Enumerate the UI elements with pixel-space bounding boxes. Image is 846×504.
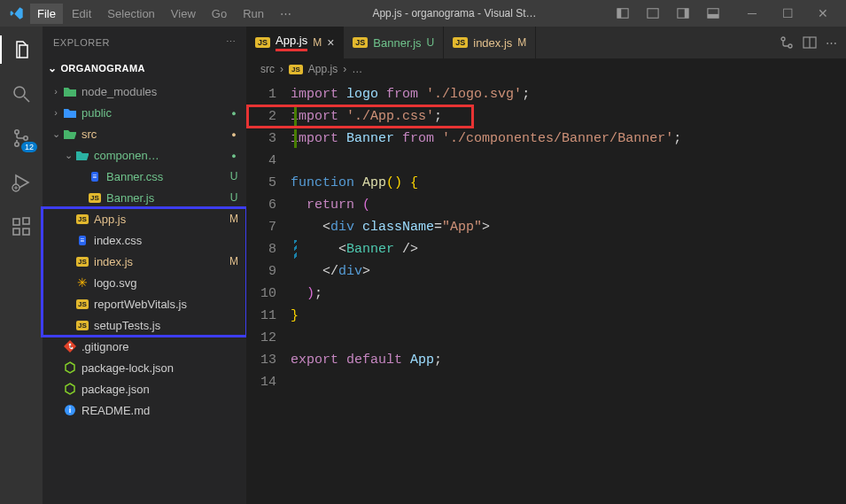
svg-rect-4 [685, 9, 688, 19]
sidebar-more-icon[interactable]: ⋯ [226, 36, 237, 48]
svg-rect-2 [648, 9, 658, 19]
menu-item-edit[interactable]: Edit [65, 4, 98, 24]
line-number: 8 [246, 238, 291, 260]
tree-item-label: src [81, 128, 227, 141]
breadcrumb-item[interactable]: App.js [308, 63, 338, 75]
menu-item-selection[interactable]: Selection [100, 4, 161, 24]
code-line[interactable]: 6 return ( [246, 194, 846, 216]
git-status-badge: U [227, 170, 241, 182]
git-status-badge: U [227, 191, 241, 204]
tree-file[interactable]: package.json [43, 378, 246, 399]
compare-changes-icon[interactable] [780, 35, 794, 50]
code-editor[interactable]: 1import logo from './logo.svg';2import '… [246, 80, 846, 504]
source-control-tab[interactable]: 12 [0, 120, 43, 156]
chevron-down-icon[interactable]: ⌄ [62, 150, 74, 161]
tree-folder[interactable]: ⌄src [43, 123, 246, 144]
line-number: 10 [246, 283, 291, 305]
menu-item-file[interactable]: File [30, 4, 63, 24]
explorer-tab[interactable] [0, 32, 43, 67]
tree-item-label: package.json [81, 383, 227, 396]
git-status-badge [227, 128, 241, 140]
svg-point-10 [15, 143, 19, 146]
tree-file[interactable]: ≡Banner.cssU [43, 166, 246, 187]
minimize-button[interactable]: ─ [734, 0, 770, 27]
breadcrumb-item[interactable]: src [260, 63, 275, 75]
search-tab[interactable] [0, 76, 43, 112]
tree-file[interactable]: JSindex.jsM [43, 251, 246, 272]
tree-file[interactable]: JSreportWebVitals.js [43, 293, 246, 314]
svg-point-21 [781, 37, 785, 41]
tree-file[interactable]: JSsetupTests.js [43, 314, 246, 336]
code-line[interactable]: 7 <div className="App"> [246, 216, 846, 238]
code-line[interactable]: 11} [246, 305, 846, 327]
tab-banner-js[interactable]: JSBanner.jsU [344, 27, 444, 58]
js-file-icon: JS [453, 37, 468, 48]
tree-file[interactable]: ≡index.css [43, 229, 246, 251]
layout-panel-bottom-icon[interactable] [640, 0, 665, 27]
line-content [291, 150, 846, 172]
code-line[interactable]: 1import logo from './logo.svg'; [246, 83, 846, 105]
line-content: <div className="App"> [291, 216, 846, 238]
chevron-right-icon: › [343, 63, 346, 75]
tree-item-label: node_modules [81, 85, 227, 98]
code-line[interactable]: 8 <Banner /> [246, 238, 846, 260]
tree-file[interactable]: package-lock.json [43, 357, 246, 378]
tree-folder[interactable]: ›public [43, 102, 246, 123]
layout-panel-right-icon[interactable] [671, 0, 695, 27]
code-line[interactable]: 13export default App; [246, 349, 846, 371]
tree-file[interactable]: JSBanner.jsU [43, 187, 246, 208]
code-line[interactable]: 9 </div> [246, 260, 846, 283]
tree-folder[interactable]: ›node_modules [43, 81, 246, 102]
tree-item-label: reportWebVitals.js [94, 298, 227, 311]
close-button[interactable]: ✕ [805, 0, 841, 27]
code-line[interactable]: 4 [246, 150, 846, 172]
tab-app-js[interactable]: JSApp.jsM× [246, 27, 344, 58]
extensions-tab[interactable] [0, 209, 43, 244]
git-status-badge: M [227, 255, 241, 268]
node-file-icon [62, 381, 78, 397]
chevron-right-icon[interactable]: › [50, 107, 62, 118]
code-line[interactable]: 10 ); [246, 283, 846, 305]
close-icon[interactable]: × [327, 35, 334, 50]
layout-panel-left-icon[interactable] [610, 0, 635, 27]
menu-item-view[interactable]: View [164, 4, 203, 24]
tree-item-label: package-lock.json [81, 361, 227, 375]
menu-item-go[interactable]: Go [205, 4, 234, 24]
tab-index-js[interactable]: JSindex.jsM [444, 27, 536, 58]
layout-customize-icon[interactable] [701, 0, 726, 27]
tree-file[interactable]: JSApp.jsM [43, 208, 246, 229]
chevron-down-icon[interactable]: ⌄ [50, 128, 62, 140]
code-line[interactable]: 5function App() { [246, 172, 846, 194]
more-actions-icon[interactable]: ⋯ [826, 36, 837, 50]
line-number: 11 [246, 305, 291, 327]
line-number: 2 [246, 105, 291, 128]
folder-icon [62, 83, 78, 99]
svg-rect-14 [13, 229, 19, 235]
annotation-box-blue: JSApp.jsM≡index.cssJSindex.jsM✳logo.svgJ… [43, 208, 246, 336]
chevron-right-icon[interactable]: › [50, 86, 62, 97]
tree-file[interactable]: ✳logo.svg [43, 272, 246, 293]
line-content: <Banner /> [291, 238, 846, 260]
breadcrumb-item[interactable]: … [352, 63, 362, 75]
tree-item-label: componen… [94, 149, 227, 162]
code-line[interactable]: 12 [246, 327, 846, 349]
tree-item-label: Banner.css [106, 170, 227, 183]
line-number: 6 [246, 194, 291, 216]
code-line[interactable]: 3import Banner from './componentes/Banne… [246, 128, 846, 150]
code-line[interactable]: 14 [246, 371, 846, 393]
line-number: 9 [246, 260, 291, 283]
tree-file[interactable]: .gitignore [43, 336, 246, 357]
sidebar-section-header[interactable]: ⌄ ORGANOGRAMA [43, 58, 246, 79]
js-file-icon: JS [289, 65, 303, 74]
menu-item-⋯[interactable]: ⋯ [273, 4, 299, 24]
svg-rect-15 [23, 229, 29, 235]
run-debug-tab[interactable] [0, 165, 43, 200]
maximize-button[interactable]: ☐ [770, 0, 805, 27]
code-line[interactable]: 2import './App.css'; [246, 105, 846, 128]
split-editor-icon[interactable] [803, 35, 817, 50]
js-file-icon: JS [74, 253, 90, 269]
tree-file[interactable]: iREADME.md [43, 399, 246, 421]
tree-folder[interactable]: ⌄componen… [43, 144, 246, 166]
breadcrumbs[interactable]: src › JS App.js › … [246, 58, 846, 80]
menu-item-run[interactable]: Run [236, 4, 271, 24]
